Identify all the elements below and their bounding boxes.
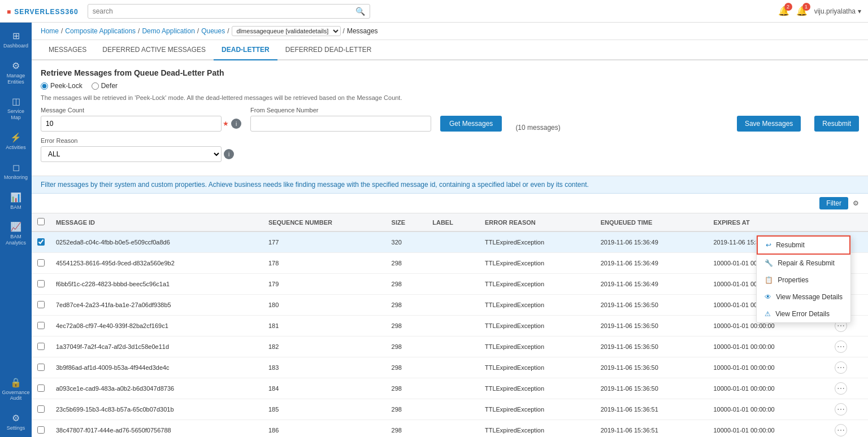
table-wrapper[interactable]: MESSAGE ID SEQUENCE NUMBER SIZE LABEL ER… [32, 213, 868, 437]
logo-text: ■ SERVERLESS360 [7, 7, 79, 16]
save-messages-button[interactable]: Save Messages [737, 116, 801, 132]
cell-size: 298 [386, 253, 427, 274]
row-checkbox[interactable] [37, 426, 45, 434]
tab-deferred-dead-letter[interactable]: DEFERRED DEAD-LETTER [277, 40, 380, 60]
username: viju.priyalatha [814, 7, 856, 15]
context-menu-repair-resubmit[interactable]: 🔧 Repair & Resubmit [757, 255, 850, 272]
form-section: Retrieve Messages from Queue Dead-Letter… [32, 60, 868, 176]
sidebar-item-bam[interactable]: 📊 BAM [0, 186, 32, 216]
row-action-btn[interactable]: ⋯ [835, 340, 847, 353]
context-menu-properties-label: Properties [778, 276, 809, 284]
sidebar: ⊞ Dashboard ⚙ Manage Entities ◫ Service … [0, 23, 32, 437]
table-toolbar: Filter ⚙ [32, 194, 868, 213]
tabs-bar: MESSAGES DEFERRED ACTIVE MESSAGES DEAD-L… [32, 40, 868, 60]
row-checkbox[interactable] [37, 322, 45, 329]
sequence-number-input[interactable] [250, 116, 431, 132]
user-dropdown-icon: ▾ [858, 7, 861, 15]
row-checkbox-cell [32, 399, 50, 420]
error-reason-select[interactable]: ALL [41, 146, 222, 162]
context-menu-view-error[interactable]: ⚠ View Error Details [757, 305, 850, 322]
cell-enqueued-time: 2019-11-06 15:36:50 [595, 378, 708, 399]
sidebar-item-settings[interactable]: ⚙ Settings [0, 407, 32, 437]
header-checkbox-cell [32, 213, 50, 231]
sequence-number-group: From Sequence Number [250, 107, 431, 132]
resubmit-button[interactable]: Resubmit [814, 116, 859, 132]
notifications-btn[interactable]: 🔔 2 [778, 6, 789, 16]
sidebar-item-manage-entities[interactable]: ⚙ Manage Entities [0, 55, 32, 91]
get-messages-button[interactable]: Get Messages [440, 116, 502, 132]
cell-enqueued-time: 2019-11-06 15:36:49 [595, 253, 708, 274]
row-action-btn[interactable]: ⋯ [835, 361, 847, 374]
cell-enqueued-time: 2019-11-06 15:36:51 [595, 420, 708, 438]
sidebar-item-monitoring[interactable]: ◻ Monitoring [0, 156, 32, 186]
breadcrumb-sep: / [197, 27, 199, 35]
sidebar-item-label: Governance Audit [2, 390, 29, 402]
context-menu-resubmit[interactable]: ↩ Resubmit [757, 235, 850, 255]
cell-message-id: f6bb5f1c-c228-4823-bbbd-beec5c96c1a1 [50, 274, 263, 295]
breadcrumb-home[interactable]: Home [41, 27, 59, 35]
sidebar-item-governance-audit[interactable]: 🔒 Governance Audit [0, 372, 32, 408]
row-checkbox-cell [32, 357, 50, 378]
context-menu-properties[interactable]: 📋 Properties [757, 272, 850, 289]
governance-audit-icon: 🔒 [10, 377, 21, 388]
search-bar[interactable]: 🔍 [88, 4, 370, 19]
row-action-btn[interactable]: ⋯ [835, 382, 847, 395]
defer-radio[interactable]: Defer [92, 82, 118, 90]
row-checkbox-cell [32, 253, 50, 274]
breadcrumb-demo-app[interactable]: Demo Application [142, 27, 194, 35]
alerts-btn[interactable]: 🔔 1 [796, 6, 808, 16]
table-settings-icon[interactable]: ⚙ [853, 199, 859, 207]
cell-sequence-number: 177 [263, 231, 386, 253]
row-action-btn[interactable]: ⋯ [835, 424, 847, 436]
breadcrumb-composite[interactable]: Composite Applications [65, 27, 136, 35]
row-checkbox[interactable] [37, 301, 45, 308]
table-row: 45541253-8616-495d-9ced-d832a560e9b2 178… [32, 253, 868, 274]
sequence-number-wrapper [250, 116, 431, 132]
row-checkbox[interactable] [37, 280, 45, 287]
tab-deferred-active[interactable]: DEFERRED ACTIVE MESSAGES [94, 40, 214, 60]
cell-sequence-number: 179 [263, 274, 386, 295]
context-menu: ↩ Resubmit 🔧 Repair & Resubmit 📋 Propert… [756, 235, 851, 323]
error-reason-label: Error Reason [41, 137, 234, 144]
cell-label [427, 253, 479, 274]
cell-error-reason: TTLExpiredException [479, 378, 595, 399]
table-body: 0252eda8-c04c-4fbb-b0e5-e509ccf0a8d6 177… [32, 231, 868, 437]
cell-enqueued-time: 2019-11-06 15:36:51 [595, 399, 708, 420]
error-reason-wrapper: ALL i [41, 146, 234, 162]
row-checkbox[interactable] [37, 259, 45, 266]
filter-button[interactable]: Filter [819, 197, 848, 209]
cell-expires-at: 10000-01-01 00:00:00 [708, 357, 829, 378]
context-menu-view-message[interactable]: 👁 View Message Details [757, 289, 850, 305]
sidebar-item-label: Dashboard [3, 43, 28, 49]
message-count-info-icon[interactable]: i [231, 119, 241, 129]
user-menu[interactable]: viju.priyalatha ▾ [814, 7, 861, 15]
cell-expires-at: 10000-01-01 00:00:00 [708, 378, 829, 399]
cell-sequence-number: 183 [263, 357, 386, 378]
error-reason-info-icon[interactable]: i [224, 149, 234, 159]
row-checkbox[interactable] [37, 405, 45, 413]
breadcrumb-queues[interactable]: Queues [201, 27, 225, 35]
breadcrumb-sep: / [138, 27, 140, 35]
sidebar-item-activities[interactable]: ⚡ Activities [0, 126, 32, 156]
filter-bar: Filter messages by their system and cust… [32, 176, 868, 194]
row-action-btn[interactable]: ⋯ [835, 403, 847, 416]
row-checkbox[interactable] [37, 384, 45, 392]
peek-lock-radio[interactable]: Peek-Lock [41, 82, 83, 90]
sidebar-item-dashboard[interactable]: ⊞ Dashboard [0, 25, 32, 55]
tab-dead-letter[interactable]: DEAD-LETTER [214, 40, 277, 60]
view-message-icon: 👁 [765, 293, 771, 301]
context-menu-resubmit-label: Resubmit [776, 241, 805, 249]
cell-message-id: 1a37049f-7a2f-4ca7-af2d-3d1c58e0e11d [50, 337, 263, 357]
cell-message-id: 38c47807-f017-444e-ad76-5650f0756788 [50, 420, 263, 438]
row-checkbox[interactable] [37, 343, 45, 350]
row-checkbox[interactable] [37, 238, 45, 246]
tab-messages[interactable]: MESSAGES [41, 40, 94, 60]
queue-selector[interactable]: dlmessagequeue [validatedetails] [232, 26, 341, 36]
sidebar-item-bam-analytics[interactable]: 📈 BAM Analytics [0, 216, 32, 252]
sidebar-item-service-map[interactable]: ◫ Service Map [0, 90, 32, 126]
search-input[interactable] [93, 7, 355, 15]
message-count-input[interactable] [41, 116, 222, 132]
select-all-checkbox[interactable] [37, 218, 45, 225]
col-label: LABEL [427, 213, 479, 231]
row-checkbox[interactable] [37, 364, 45, 371]
